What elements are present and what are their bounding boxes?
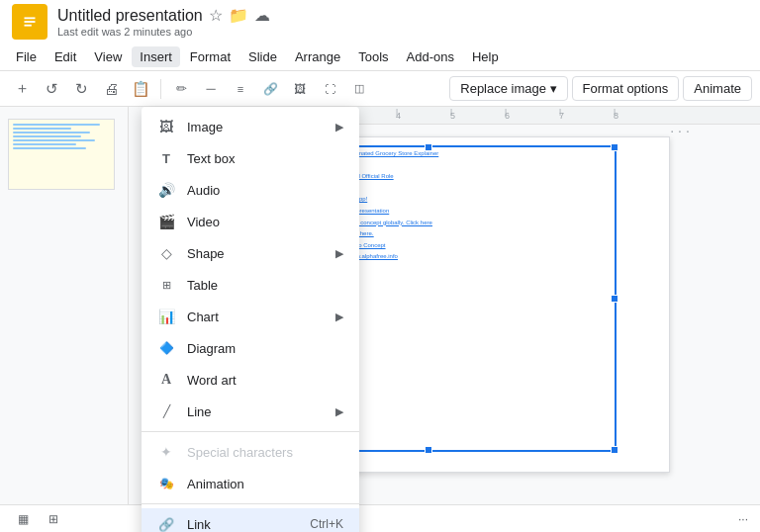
thumb-line-5 — [13, 139, 95, 141]
ruler-7: 8 — [614, 111, 668, 121]
image-options-btn[interactable]: ◫ — [345, 75, 373, 103]
textbox-icon: T — [157, 149, 175, 167]
dd-wordart[interactable]: A Word art — [142, 364, 359, 396]
svg-rect-1 — [25, 17, 36, 19]
thumb-line-1 — [13, 124, 100, 126]
redo-btn[interactable]: ↻ — [67, 75, 95, 103]
dd-shape-label: Shape — [187, 246, 324, 261]
grid-view-btn[interactable]: ▦ — [12, 510, 35, 528]
dd-line-arrow: ▶ — [335, 405, 343, 418]
replace-image-btn[interactable]: Replace image ▾ — [449, 76, 567, 101]
dd-audio[interactable]: 🔊 Audio — [142, 174, 359, 206]
animation-icon: 🎭 — [157, 475, 175, 492]
menu-file[interactable]: File — [8, 46, 45, 67]
dd-chart-label: Chart — [187, 310, 324, 324]
dd-video-label: Video — [187, 215, 343, 229]
dd-table-label: Table — [187, 278, 343, 293]
ruler-6: 7 — [559, 111, 614, 121]
app-logo — [12, 4, 48, 40]
print-btn[interactable]: 🖨 — [97, 75, 125, 103]
menu-arrange[interactable]: Arrange — [287, 46, 348, 67]
dots-indicator: ··· — [738, 512, 748, 526]
filmstrip-icon: ⊞ — [48, 512, 58, 526]
dd-chart-arrow: ▶ — [335, 310, 343, 323]
cloud-icon[interactable]: ☁ — [254, 6, 270, 25]
diagram-icon: 🔷 — [157, 339, 175, 357]
menu-tools[interactable]: Tools — [350, 46, 396, 67]
thumb-line-2 — [13, 128, 71, 130]
dd-textbox[interactable]: T Text box — [142, 142, 359, 174]
doc-title[interactable]: Untitled presentation — [57, 7, 203, 25]
animate-btn[interactable]: Animate — [683, 76, 752, 101]
slide-thumbnail[interactable] — [8, 119, 115, 190]
shape-icon: ◇ — [157, 244, 175, 262]
doc-title-row: Untitled presentation ☆ 📁 ☁ — [57, 6, 748, 25]
insert-dropdown: 🖼 Image ▶ T Text box 🔊 Audio 🎬 Video ◇ S… — [142, 107, 359, 532]
folder-icon[interactable]: 📁 — [229, 6, 248, 25]
dd-textbox-label: Text box — [187, 151, 343, 166]
line-weight-btn[interactable]: ≡ — [227, 75, 254, 103]
dd-link-shortcut: Ctrl+K — [310, 517, 343, 531]
ruler-4: 5 — [450, 111, 505, 121]
thumb-line-7 — [13, 147, 86, 149]
line-style-btn[interactable]: ─ — [197, 75, 225, 103]
dd-link[interactable]: 🔗 Link Ctrl+K — [142, 508, 359, 532]
title-icons: ☆ 📁 ☁ — [209, 6, 270, 25]
menu-addons[interactable]: Add-ons — [399, 46, 462, 67]
insert-btn[interactable]: ＋ — [8, 75, 36, 103]
svg-rect-3 — [25, 25, 32, 27]
ruler-5: 6 — [505, 111, 559, 121]
dd-video[interactable]: 🎬 Video — [142, 206, 359, 237]
toolbar: ＋ ↺ ↻ 🖨 📋 ✏ ─ ≡ 🔗 🖼 ⛶ ◫ Replace image ▾ … — [0, 71, 760, 107]
undo-btn[interactable]: ↺ — [38, 75, 65, 103]
dd-line-label: Line — [187, 404, 324, 419]
pencil-icon-btn[interactable]: ✏ — [167, 75, 195, 103]
filmstrip-view-btn[interactable]: ⊞ — [43, 510, 64, 528]
dd-wordart-label: Word art — [187, 373, 343, 388]
link-btn[interactable]: 🔗 — [256, 75, 284, 103]
dd-diagram-label: Diagram — [187, 341, 343, 356]
menu-format[interactable]: Format — [182, 46, 238, 67]
dd-line[interactable]: ╱ Line ▶ — [142, 396, 359, 427]
dd-chart[interactable]: 📊 Chart ▶ — [142, 301, 359, 332]
dd-shape[interactable]: ◇ Shape ▶ — [142, 237, 359, 269]
canvas-dots: ··· — [670, 123, 694, 138]
menu-edit[interactable]: Edit — [47, 46, 84, 67]
handle-bottom-right[interactable] — [611, 446, 618, 454]
ruler-3: 4 — [396, 111, 450, 121]
menu-slide[interactable]: Slide — [240, 46, 285, 67]
dd-diagram[interactable]: 🔷 Diagram — [142, 332, 359, 364]
dd-special-chars: ✦ Special characters — [142, 436, 359, 468]
table-icon: ⊞ — [157, 276, 175, 294]
handle-mid-right[interactable] — [611, 295, 618, 303]
menu-bar: File Edit View Insert Format Slide Arran… — [0, 44, 760, 71]
dd-animation[interactable]: 🎭 Animation — [142, 468, 359, 499]
dd-shape-arrow: ▶ — [335, 247, 343, 260]
title-bar: Untitled presentation ☆ 📁 ☁ Last edit wa… — [0, 0, 760, 44]
dd-sep-1 — [142, 431, 359, 432]
thumb-line-3 — [13, 132, 90, 133]
last-edit-text: Last edit was 2 minutes ago — [57, 26, 748, 38]
title-area: Untitled presentation ☆ 📁 ☁ Last edit wa… — [57, 6, 748, 38]
dd-table[interactable]: ⊞ Table — [142, 269, 359, 301]
dd-image[interactable]: 🖼 Image ▶ — [142, 111, 359, 142]
menu-insert[interactable]: Insert — [132, 46, 180, 67]
toolbar-right: Replace image ▾ Format options Animate — [449, 76, 752, 101]
dd-image-label: Image — [187, 120, 324, 134]
thumb-text-lines — [13, 124, 110, 149]
dd-image-arrow: ▶ — [335, 121, 343, 133]
audio-icon: 🔊 — [157, 181, 175, 199]
dd-link-label: Link — [187, 517, 298, 532]
format-options-btn[interactable]: Format options — [572, 76, 680, 101]
line-icon: ╱ — [157, 402, 175, 420]
menu-view[interactable]: View — [86, 46, 130, 67]
dd-special-chars-label: Special characters — [187, 445, 343, 460]
insert-image-btn[interactable]: 🖼 — [286, 75, 314, 103]
grid-icon: ▦ — [18, 512, 29, 526]
menu-help[interactable]: Help — [464, 46, 507, 67]
paint-format-btn[interactable]: 📋 — [127, 75, 154, 103]
crop-btn[interactable]: ⛶ — [316, 75, 343, 103]
handle-bottom-mid[interactable] — [425, 446, 432, 454]
star-icon[interactable]: ☆ — [209, 6, 223, 25]
slide-thumb-content — [9, 120, 114, 189]
